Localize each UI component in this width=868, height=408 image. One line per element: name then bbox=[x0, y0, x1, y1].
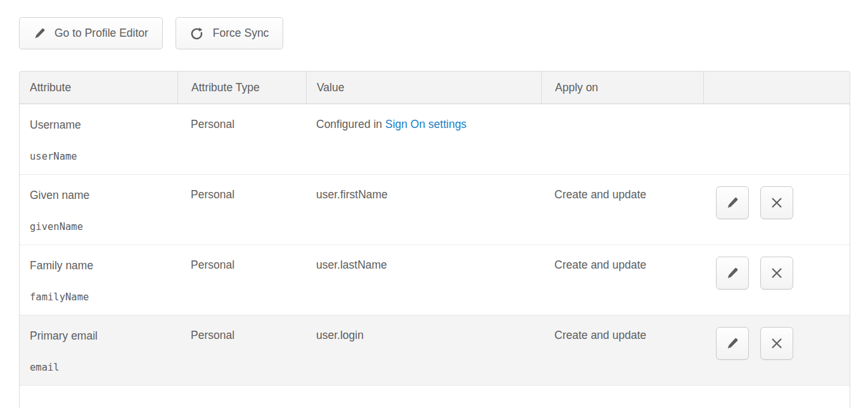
attribute-variable-name: familyName bbox=[30, 291, 167, 303]
column-header-attribute-type: Attribute Type bbox=[177, 72, 306, 103]
pencil-icon bbox=[726, 337, 739, 350]
table-row: Family name familyName Personal user.las… bbox=[20, 245, 850, 315]
pencil-icon bbox=[34, 27, 46, 39]
apply-on-cell bbox=[541, 105, 703, 174]
actions-cell bbox=[703, 316, 850, 385]
attribute-label: Given name bbox=[30, 188, 167, 202]
attribute-label: Username bbox=[30, 118, 167, 132]
apply-on-cell: Create and update bbox=[541, 316, 703, 385]
actions-cell bbox=[703, 105, 850, 174]
delete-attribute-button[interactable] bbox=[760, 327, 793, 360]
close-icon bbox=[770, 196, 783, 209]
attribute-cell: Primary email email bbox=[20, 316, 177, 385]
attribute-cell: Given name givenName bbox=[20, 175, 177, 245]
actions-cell bbox=[703, 175, 850, 245]
edit-attribute-button[interactable] bbox=[716, 257, 749, 290]
attribute-variable-name: givenName bbox=[30, 221, 167, 233]
value-cell: user.firstName bbox=[306, 175, 541, 245]
close-icon bbox=[770, 267, 783, 279]
go-to-profile-editor-button[interactable]: Go to Profile Editor bbox=[19, 17, 163, 49]
table-header-row: Attribute Attribute Type Value Apply on bbox=[20, 72, 850, 104]
attribute-type-cell: Personal bbox=[177, 245, 306, 315]
actions-cell bbox=[703, 245, 850, 315]
attribute-type-cell: Personal bbox=[177, 316, 306, 385]
attribute-label: Primary email bbox=[30, 329, 167, 343]
attribute-variable-name: userName bbox=[30, 151, 167, 162]
button-label: Go to Profile Editor bbox=[54, 27, 148, 40]
column-header-value: Value bbox=[306, 72, 541, 103]
attribute-mappings-page: Go to Profile Editor Force Sync Attribut… bbox=[0, 0, 868, 408]
refresh-icon bbox=[190, 27, 204, 41]
column-header-attribute: Attribute bbox=[20, 72, 177, 103]
column-header-apply-on: Apply on bbox=[541, 72, 703, 103]
edit-attribute-button[interactable] bbox=[716, 327, 749, 360]
attribute-mapping-table: Attribute Attribute Type Value Apply on … bbox=[19, 71, 850, 408]
attribute-type-cell: Personal bbox=[177, 105, 306, 174]
table-row-partial bbox=[20, 385, 850, 408]
pencil-icon bbox=[726, 196, 739, 209]
delete-attribute-button[interactable] bbox=[760, 186, 793, 219]
delete-attribute-button[interactable] bbox=[760, 257, 793, 290]
value-text: Configured in bbox=[316, 118, 385, 131]
apply-on-cell: Create and update bbox=[541, 245, 703, 315]
button-label: Force Sync bbox=[213, 27, 269, 40]
column-header-actions bbox=[703, 72, 850, 103]
value-cell: user.lastName bbox=[306, 245, 541, 315]
attribute-type-cell: Personal bbox=[177, 175, 306, 245]
attribute-variable-name: email bbox=[30, 362, 167, 373]
edit-attribute-button[interactable] bbox=[716, 186, 749, 219]
value-cell: Configured in Sign On settings bbox=[306, 105, 541, 174]
toolbar: Go to Profile Editor Force Sync bbox=[19, 17, 283, 49]
table-row: Given name givenName Personal user.first… bbox=[20, 174, 850, 245]
table-row: Primary email email Personal user.login … bbox=[20, 315, 850, 385]
table-row: Username userName Personal Configured in… bbox=[20, 104, 850, 174]
pencil-icon bbox=[726, 267, 739, 279]
attribute-cell: Username userName bbox=[20, 105, 177, 174]
force-sync-button[interactable]: Force Sync bbox=[176, 17, 284, 49]
attribute-label: Family name bbox=[30, 258, 167, 272]
close-icon bbox=[770, 337, 783, 350]
sign-on-settings-link[interactable]: Sign On settings bbox=[385, 118, 466, 131]
apply-on-cell: Create and update bbox=[541, 175, 703, 245]
attribute-cell: Family name familyName bbox=[20, 245, 177, 315]
value-cell: user.login bbox=[306, 316, 541, 385]
